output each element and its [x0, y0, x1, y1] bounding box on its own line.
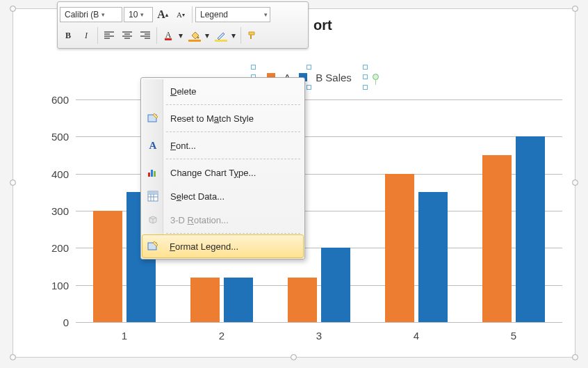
y-tick-label: 500: [41, 131, 69, 143]
chart-handle[interactable]: [10, 6, 16, 12]
chevron-down-icon[interactable]: ▾: [203, 27, 211, 44]
shape-fill-button[interactable]: ▾: [186, 27, 211, 44]
bar-series-1[interactable]: [516, 136, 545, 322]
menu-item-label: Font...: [170, 141, 196, 151]
align-left-icon: [104, 31, 114, 40]
bar-series-1[interactable]: [224, 278, 253, 322]
chart-handle[interactable]: [10, 179, 16, 186]
bar-series-0[interactable]: [288, 278, 317, 322]
x-tick-label: 5: [465, 330, 562, 342]
legend-handle[interactable]: [307, 65, 311, 70]
delete-icon: [147, 85, 159, 97]
grow-font-button[interactable]: A▴: [154, 6, 171, 23]
shape-outline-button[interactable]: ▾: [213, 27, 238, 44]
italic-button[interactable]: I: [78, 27, 95, 44]
legend-handle[interactable]: [363, 85, 368, 90]
bar-series-0[interactable]: [385, 174, 414, 322]
chevron-down-icon: ▾: [264, 11, 268, 18]
menu-item-3d-rotation: 3-D Rotation...: [142, 208, 303, 232]
svg-point-0: [197, 37, 199, 39]
menu-item-reset-to-match[interactable]: Reset to Match Style: [142, 106, 303, 130]
x-tick-label: 1: [76, 330, 173, 342]
font-name-value: Calibri (B: [65, 10, 99, 19]
svg-rect-3: [151, 170, 153, 177]
y-tick-label: 600: [41, 94, 69, 106]
legend-handle[interactable]: [363, 74, 368, 79]
y-tick-label: 400: [41, 168, 69, 179]
chart-handle[interactable]: [10, 354, 16, 360]
chart-element-combo[interactable]: Legend ▾: [195, 7, 270, 22]
align-right-icon: [140, 31, 150, 40]
x-tick-label: 2: [173, 330, 270, 342]
select-data-icon: [147, 190, 159, 202]
legend-context-menu: DeleteReset to Match StyleAFont...Change…: [140, 77, 305, 259]
font-icon: A: [147, 139, 159, 152]
menu-item-change-chart-type[interactable]: Change Chart Type...: [142, 161, 303, 184]
change-chart-type-icon: [147, 166, 159, 179]
menu-separator: [166, 233, 300, 234]
font-name-combo[interactable]: Calibri (B ▾: [60, 7, 122, 22]
font-size-value: 10: [129, 10, 138, 19]
format-painter-button[interactable]: [244, 27, 261, 44]
bold-button[interactable]: B: [60, 27, 76, 44]
menu-item-label: Format Legend...: [170, 241, 238, 252]
menu-item-delete[interactable]: Delete: [142, 79, 303, 103]
align-right-button[interactable]: [137, 27, 154, 44]
menu-item-label: Select Data...: [170, 191, 224, 202]
menu-separator: [166, 131, 300, 132]
chart-handle[interactable]: [572, 179, 578, 186]
font-color-icon: A: [165, 31, 172, 40]
separator: [156, 27, 157, 44]
font-color-button[interactable]: A ▾: [160, 27, 185, 44]
y-tick-label: 300: [41, 205, 69, 217]
paintbrush-icon: [247, 31, 258, 40]
separator: [240, 27, 241, 44]
menu-item-format-legend[interactable]: Format Legend...: [142, 234, 304, 258]
svg-rect-4: [154, 171, 156, 177]
shrink-font-button[interactable]: A▾: [172, 6, 189, 23]
align-center-button[interactable]: [119, 27, 136, 44]
bar-series-0[interactable]: [190, 278, 220, 322]
legend-rotate-handle[interactable]: [373, 74, 379, 80]
menu-item-label: Change Chart Type...: [170, 168, 256, 178]
chart-element-value: Legend: [200, 10, 228, 19]
legend-handle[interactable]: [307, 85, 311, 90]
legend-handle[interactable]: [363, 65, 368, 70]
menu-separator: [166, 159, 300, 159]
gridline: [76, 322, 562, 323]
menu-item-font[interactable]: AFont...: [142, 134, 303, 157]
menu-item-select-data[interactable]: Select Data...: [142, 184, 303, 208]
chevron-down-icon: ▾: [101, 11, 105, 18]
chevron-down-icon: ▾: [140, 11, 144, 18]
bar-series-0[interactable]: [93, 211, 122, 322]
chart-handle[interactable]: [291, 354, 297, 360]
menu-item-label: Delete: [170, 86, 197, 97]
paint-bucket-icon: [190, 31, 199, 40]
pencil-outline-icon: [216, 31, 226, 40]
align-left-button[interactable]: [101, 27, 117, 44]
separator: [192, 6, 193, 23]
bar-series-1[interactable]: [418, 192, 448, 322]
align-center-icon: [122, 31, 132, 40]
svg-rect-2: [148, 173, 150, 177]
chart-handle[interactable]: [572, 6, 578, 12]
menu-item-label: Reset to Match Style: [170, 113, 254, 124]
x-tick-label: 4: [368, 330, 465, 342]
bar-series-1[interactable]: [321, 248, 350, 322]
x-tick-label: 3: [270, 330, 368, 342]
chart-title[interactable]: ort: [313, 17, 332, 33]
separator: [97, 27, 98, 44]
svg-rect-6: [148, 191, 158, 194]
menu-item-label: 3-D Rotation...: [170, 215, 229, 225]
3d-rotation-icon: [147, 214, 159, 226]
chevron-down-icon[interactable]: ▾: [177, 27, 185, 44]
chevron-down-icon[interactable]: ▾: [229, 27, 238, 44]
menu-separator: [166, 104, 300, 105]
y-tick-label: 200: [41, 242, 69, 254]
chart-handle[interactable]: [572, 354, 578, 360]
bar-series-0[interactable]: [482, 155, 512, 322]
font-size-combo[interactable]: 10 ▾: [124, 7, 153, 22]
reset-to-match-icon: [147, 112, 159, 125]
legend-handle[interactable]: [251, 65, 256, 70]
format-legend-icon: [147, 240, 159, 253]
